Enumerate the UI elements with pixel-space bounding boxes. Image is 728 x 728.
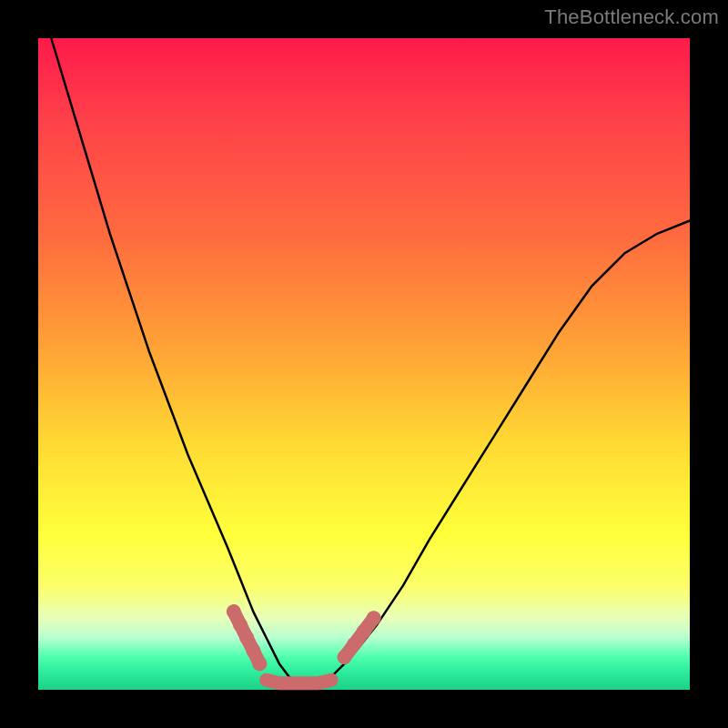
marker-dot — [239, 631, 254, 645]
chart-svg — [38, 38, 690, 690]
marker-layer — [227, 604, 381, 683]
marker-dot — [367, 611, 381, 625]
marker-dot — [246, 643, 260, 658]
marker-dot — [347, 637, 361, 652]
curve-layer — [51, 38, 690, 683]
watermark-text: TheBottleneck.com — [544, 5, 719, 29]
marker-dot — [252, 656, 267, 671]
bottleneck-curve — [51, 38, 690, 683]
plot-area — [38, 38, 690, 690]
marker-right-cluster — [345, 618, 374, 657]
marker-dot — [233, 617, 248, 632]
marker-dot — [357, 624, 371, 639]
chart-frame: TheBottleneck.com — [0, 0, 728, 728]
marker-dot — [227, 604, 241, 619]
marker-floor — [267, 680, 332, 683]
marker-dot — [338, 650, 352, 664]
